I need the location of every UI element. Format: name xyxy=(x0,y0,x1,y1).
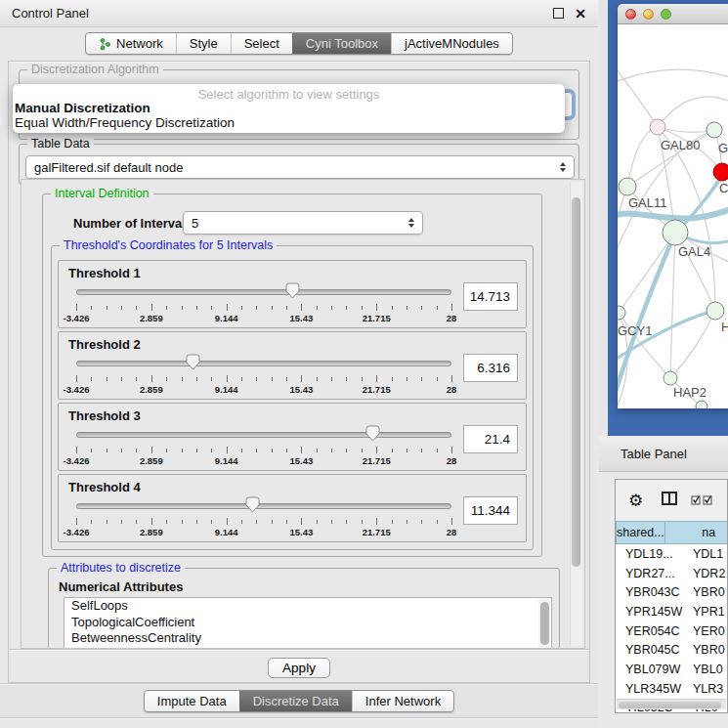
network-node[interactable] xyxy=(696,401,707,408)
bottom-tabbar: Impute Data Discretize Data Infer Networ… xyxy=(0,683,598,718)
columns-icon[interactable] xyxy=(662,492,677,509)
column-header-shared-name[interactable]: shared... xyxy=(616,521,665,544)
close-button[interactable] xyxy=(625,9,636,20)
horizontal-scrollbar-thumb[interactable] xyxy=(619,702,721,708)
table-row[interactable]: YDR27...YDR2 xyxy=(616,564,727,583)
apply-button[interactable]: Apply xyxy=(268,658,330,678)
group-title: Discretization Algorithm xyxy=(27,63,163,76)
node-label: GCY1 xyxy=(618,323,652,338)
zoom-button[interactable] xyxy=(661,9,671,20)
table-cell[interactable]: YBR045C xyxy=(616,640,687,660)
network-edge[interactable] xyxy=(658,127,714,132)
table-cell[interactable]: YER054C xyxy=(616,621,687,641)
threshold-value-field[interactable]: 11.344 xyxy=(463,496,518,525)
table-cell[interactable]: YDL19... xyxy=(616,544,687,564)
network-edge[interactable] xyxy=(618,187,627,249)
threshold-slider[interactable]: -3.4262.8599.14415.4321.71528 xyxy=(76,354,451,399)
threshold-slider[interactable]: -3.4262.8599.14415.4321.71528 xyxy=(76,282,451,327)
table-row[interactable]: YLR345WYLR3 xyxy=(616,679,727,699)
network-node[interactable] xyxy=(650,119,665,135)
vertical-scrollbar[interactable] xyxy=(570,182,582,646)
network-node[interactable] xyxy=(707,302,724,320)
table-panel-titlebar: Table Panel xyxy=(599,436,728,472)
attribute-list-item[interactable]: SelfLoops xyxy=(64,598,551,615)
threshold-value-field[interactable]: 14.713 xyxy=(463,282,518,311)
list-scrollbar-thumb[interactable] xyxy=(540,602,549,645)
close-icon[interactable]: ✕ xyxy=(575,9,586,19)
table-cell[interactable]: YPR1 xyxy=(687,602,727,621)
network-canvas[interactable]: GAL80GACGAL11GAL4GCY1HHAP2 xyxy=(618,24,728,408)
table-cell[interactable]: YBR0 xyxy=(687,582,727,602)
slider-thumb[interactable] xyxy=(365,425,380,442)
table-cell[interactable]: YBR043C xyxy=(616,582,687,602)
network-edge[interactable] xyxy=(618,69,728,83)
dropdown-item-manual-discretization[interactable]: Manual Discretization xyxy=(13,101,565,115)
tab-style[interactable]: Style xyxy=(176,33,231,54)
table-row[interactable]: YER054CYER0 xyxy=(616,621,727,641)
table-cell[interactable]: YER0 xyxy=(687,621,727,641)
threshold-value-field[interactable]: 6.316 xyxy=(463,354,518,382)
slider-thumb[interactable] xyxy=(285,282,300,299)
table-cell[interactable]: YBR0 xyxy=(687,640,727,660)
dropdown-item-equal-width-frequency[interactable]: Equal Width/Frequency Discretization xyxy=(13,115,565,130)
table-cell[interactable]: YPR145W xyxy=(616,602,687,621)
table-row[interactable]: YDL19...YDL1 xyxy=(616,544,727,564)
table-row[interactable]: YBL079WYBL0 xyxy=(616,660,727,679)
numerical-attributes-list[interactable]: SelfLoopsTopologicalCoefficientBetweenne… xyxy=(64,597,552,649)
table-row[interactable]: YBR045CYBR0 xyxy=(616,640,727,660)
network-node[interactable] xyxy=(618,306,625,320)
network-edge[interactable] xyxy=(670,233,675,378)
network-node[interactable] xyxy=(664,371,677,385)
table-cell[interactable]: YLR3 xyxy=(687,679,727,699)
algorithm-dropdown-popup: Select algorithm to view settings Manual… xyxy=(13,84,565,133)
network-edge[interactable] xyxy=(627,127,658,187)
tab-discretize-data[interactable]: Discretize Data xyxy=(239,691,352,711)
slider-track[interactable] xyxy=(76,503,451,509)
checkbox-icon[interactable] xyxy=(703,492,713,509)
tab-infer-network[interactable]: Infer Network xyxy=(352,691,453,711)
table-cell[interactable]: YDR27... xyxy=(616,564,687,583)
network-edge[interactable] xyxy=(618,68,658,127)
network-node[interactable] xyxy=(619,178,636,195)
table-row[interactable]: YPR145WYPR1 xyxy=(616,602,727,621)
tab-impute-data[interactable]: Impute Data xyxy=(145,691,239,711)
tab-label: Impute Data xyxy=(157,694,227,708)
network-node[interactable] xyxy=(713,163,728,181)
tab-cyni-toolbox[interactable]: Cyni Toolbox xyxy=(292,33,391,54)
threshold-value-field[interactable]: 21.4 xyxy=(463,425,518,453)
float-window-icon[interactable] xyxy=(553,8,564,19)
slider-track[interactable] xyxy=(76,432,451,438)
table-cell[interactable]: YBL079W xyxy=(616,660,687,679)
tab-select[interactable]: Select xyxy=(231,33,292,54)
column-header-name[interactable]: na xyxy=(665,521,728,544)
network-node[interactable] xyxy=(707,122,722,138)
tab-label: Select xyxy=(244,36,279,51)
network-edge[interactable] xyxy=(670,311,715,378)
attribute-list-item[interactable]: TopologicalCoefficient xyxy=(64,615,551,631)
table-panel-title: Table Panel xyxy=(621,447,687,461)
number-of-intervals-select[interactable]: 5 xyxy=(183,211,423,235)
threshold-slider[interactable]: -3.4262.8599.14415.4321.71528 xyxy=(76,496,451,541)
tab-network[interactable]: Network xyxy=(86,33,176,54)
tab-jactivemnodules[interactable]: jActiveMNodules xyxy=(391,33,512,54)
list-scrollbar[interactable] xyxy=(538,599,550,649)
table-cell[interactable]: YBL0 xyxy=(687,660,727,679)
threshold-slider[interactable]: -3.4262.8599.14415.4321.71528 xyxy=(76,425,451,470)
slider-thumb[interactable] xyxy=(186,354,200,370)
checkbox-icon[interactable] xyxy=(691,492,702,509)
vertical-scrollbar-thumb[interactable] xyxy=(572,197,580,567)
threshold-label: Threshold 2 xyxy=(68,337,520,352)
network-node[interactable] xyxy=(663,220,688,245)
table-cell[interactable]: YDL1 xyxy=(687,544,727,564)
slider-track[interactable] xyxy=(76,289,451,295)
table-cell[interactable]: YLR345W xyxy=(616,679,687,699)
table-cell[interactable]: YDR2 xyxy=(687,564,727,583)
horizontal-scrollbar[interactable] xyxy=(617,699,726,709)
attribute-list-item[interactable]: BetweennessCentrality xyxy=(64,630,551,647)
slider-track[interactable] xyxy=(76,361,451,366)
gear-icon[interactable]: ⚙ xyxy=(628,492,643,509)
table-data-select[interactable]: galFiltered.sif default node xyxy=(25,155,575,179)
slider-thumb[interactable] xyxy=(245,496,260,513)
table-row[interactable]: YBR043CYBR0 xyxy=(616,582,727,602)
minimize-button[interactable] xyxy=(643,9,654,20)
